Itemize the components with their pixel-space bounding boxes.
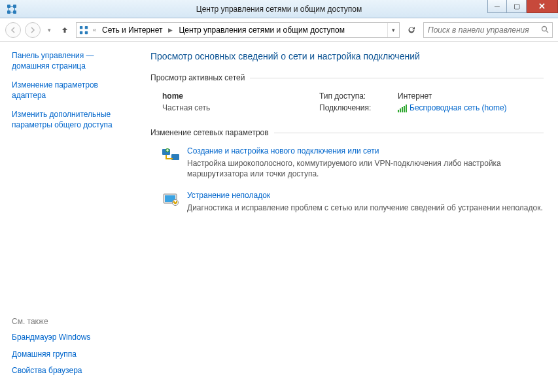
- svg-rect-1: [13, 5, 16, 8]
- see-also-section: См. также Брандмауэр Windows Домашняя гр…: [12, 317, 124, 383]
- access-type-value: Интернет: [398, 91, 544, 101]
- setting-new-connection: Создание и настройка нового подключения …: [150, 144, 544, 188]
- recent-locations-button[interactable]: ▾: [44, 22, 54, 38]
- see-also-firewall[interactable]: Брандмауэр Windows: [12, 333, 124, 343]
- signal-bars-icon: [398, 105, 407, 112]
- see-also-internet-options[interactable]: Свойства браузера: [12, 366, 124, 376]
- svg-rect-3: [13, 10, 16, 14]
- network-center-icon: [7, 4, 17, 14]
- see-also-homegroup[interactable]: Домашняя группа: [12, 350, 124, 360]
- window-title: Центр управления сетями и общим доступом: [0, 5, 558, 14]
- chevron-right-icon[interactable]: ▶: [166, 23, 175, 37]
- sidebar-change-adapter-settings[interactable]: Изменение параметров адаптера: [12, 80, 124, 101]
- active-network-row: home Частная сеть Тип доступа: Интернет …: [150, 89, 544, 124]
- nav-bar: ▾ « Сеть и Интернет ▶ Центр управления с…: [0, 18, 558, 42]
- window-controls: ─ ▢ ✕: [487, 0, 558, 18]
- address-icon: [77, 25, 91, 35]
- address-bar[interactable]: « Сеть и Интернет ▶ Центр управления сет…: [76, 22, 400, 38]
- troubleshoot-desc: Диагностика и исправление проблем с сеть…: [187, 203, 543, 213]
- network-type: Частная сеть: [162, 103, 306, 112]
- troubleshoot-link[interactable]: Устранение неполадок: [187, 191, 543, 200]
- search-box[interactable]: [423, 22, 553, 38]
- close-button[interactable]: ✕: [527, 0, 558, 13]
- maximize-button[interactable]: ▢: [507, 0, 527, 13]
- svg-rect-2: [7, 10, 10, 14]
- troubleshoot-icon: [162, 191, 181, 209]
- search-icon[interactable]: [538, 25, 552, 34]
- back-button[interactable]: [5, 22, 21, 38]
- sidebar-control-panel-home[interactable]: Панель управления — домашняя страница: [12, 51, 124, 71]
- svg-point-8: [542, 27, 546, 31]
- svg-rect-7: [85, 31, 88, 33]
- active-networks-header: Просмотр активных сетей: [150, 73, 544, 82]
- breadcrumb-network-center[interactable]: Центр управления сетями и общим доступом: [175, 23, 349, 37]
- minimize-button[interactable]: ─: [487, 0, 507, 13]
- svg-rect-0: [7, 5, 10, 8]
- forward-button[interactable]: [25, 22, 41, 38]
- new-connection-desc: Настройка широкополосного, коммутируемог…: [187, 158, 544, 179]
- setting-troubleshoot: Устранение неполадок Диагностика и испра…: [150, 188, 544, 222]
- svg-rect-6: [80, 31, 82, 33]
- address-dropdown[interactable]: ▾: [387, 23, 399, 37]
- connections-label: Подключения:: [319, 103, 391, 112]
- change-settings-header: Изменение сетевых параметров: [150, 128, 544, 137]
- access-type-label: Тип доступа:: [319, 91, 391, 101]
- search-input[interactable]: [424, 25, 538, 35]
- network-name: home: [162, 91, 306, 101]
- up-button[interactable]: [58, 23, 72, 37]
- new-connection-link[interactable]: Создание и настройка нового подключения …: [187, 146, 544, 155]
- address-root-chevron[interactable]: «: [91, 23, 98, 37]
- sidebar: Панель управления — домашняя страница Из…: [0, 42, 131, 392]
- title-bar: Центр управления сетями и общим доступом…: [0, 0, 558, 18]
- page-heading: Просмотр основных сведений о сети и наст…: [150, 51, 544, 61]
- new-connection-icon: [162, 146, 181, 165]
- breadcrumb-network-internet[interactable]: Сеть и Интернет: [98, 23, 166, 37]
- refresh-button[interactable]: [404, 22, 419, 38]
- svg-rect-5: [85, 25, 88, 28]
- connection-link[interactable]: Беспроводная сеть (home): [410, 103, 507, 112]
- see-also-header: См. также: [12, 317, 124, 326]
- svg-rect-4: [80, 25, 82, 28]
- content-pane: Просмотр основных сведений о сети и наст…: [131, 42, 558, 392]
- sidebar-advanced-sharing[interactable]: Изменить дополнительные параметры общего…: [12, 110, 124, 130]
